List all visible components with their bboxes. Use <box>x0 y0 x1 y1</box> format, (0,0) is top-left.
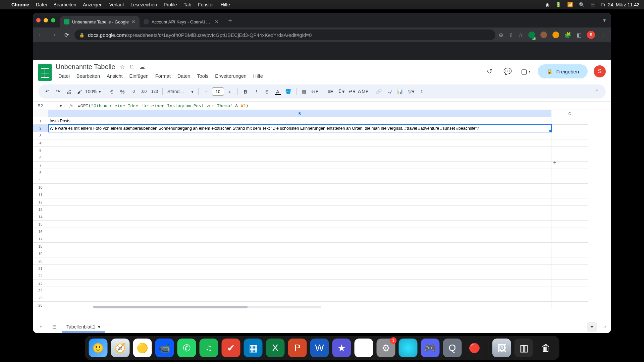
fill-color-button[interactable]: 🪣 <box>283 86 293 97</box>
cell[interactable] <box>48 154 551 162</box>
row-header[interactable]: 2 <box>33 125 48 132</box>
dock-app-quicktime[interactable]: Q <box>443 339 462 357</box>
row-header[interactable]: 24 <box>33 287 48 294</box>
menubar-item[interactable]: Anzeigen <box>83 2 102 7</box>
address-bar[interactable]: 🔒 docs.google.com/spreadsheets/d/1ayofh0… <box>74 29 495 40</box>
collapse-toolbar-button[interactable]: ˄ <box>592 86 602 97</box>
menu-item[interactable]: Tools <box>194 72 211 80</box>
dock-app-trello[interactable]: ▦ <box>244 339 263 357</box>
insert-comment-button[interactable]: 🗨 <box>385 86 395 97</box>
move-doc-icon[interactable]: 🗀 <box>129 64 135 70</box>
row-header[interactable]: 9 <box>33 176 48 184</box>
bookmark-star-icon[interactable]: ☆ <box>518 32 523 38</box>
spotlight-icon[interactable]: 🔍 <box>579 2 585 7</box>
insert-link-button[interactable]: 🔗 <box>374 86 384 97</box>
row-header[interactable]: 18 <box>33 243 48 250</box>
dock-app-zoom[interactable]: 📹 <box>155 339 174 357</box>
extensions-puzzle-icon[interactable]: 🧩 <box>565 32 571 38</box>
cell[interactable] <box>48 213 551 221</box>
dock-app-settings[interactable]: ⚙1 <box>377 339 395 357</box>
doc-title-input[interactable]: Unbenannte Tabelle <box>56 63 115 71</box>
menu-item[interactable]: Ansicht <box>104 72 125 80</box>
row-header[interactable]: 12 <box>33 198 48 206</box>
row-header[interactable]: 6 <box>33 154 48 162</box>
cell[interactable] <box>551 169 588 176</box>
add-sheet-button[interactable]: ＋ <box>35 321 47 333</box>
dock-app-preview[interactable]: 🖼 <box>492 339 511 357</box>
extension-icon[interactable] <box>552 32 559 38</box>
insert-chart-button[interactable]: 📊 <box>395 86 406 97</box>
cell[interactable] <box>48 184 551 191</box>
battery-icon[interactable]: 🔋 <box>555 2 561 7</box>
cell[interactable] <box>551 250 588 257</box>
cell[interactable] <box>48 294 551 302</box>
dock-app-trash[interactable]: 🗑 <box>537 339 555 357</box>
cell[interactable] <box>48 221 551 228</box>
merge-cells-button[interactable]: ⇔▾ <box>310 86 320 97</box>
cell[interactable] <box>551 184 588 191</box>
row-header[interactable]: 10 <box>33 184 48 191</box>
cell[interactable]: Wie wäre es mit einem Foto von einem ate… <box>48 125 551 132</box>
borders-button[interactable]: ▦ <box>299 86 309 97</box>
dock-app-word[interactable]: W <box>310 339 329 357</box>
font-size-increase-button[interactable]: + <box>225 86 235 97</box>
browser-tab[interactable]: Account API Keys - OpenAI API ✕ <box>140 16 223 27</box>
select-all-corner[interactable] <box>33 110 48 117</box>
menubar-item[interactable]: Tab <box>184 2 192 7</box>
cell[interactable] <box>551 139 588 147</box>
functions-button[interactable]: Σ <box>417 86 427 97</box>
horizontal-align-button[interactable]: ≡▾ <box>326 86 336 97</box>
cell[interactable] <box>48 250 551 257</box>
row-header[interactable]: 19 <box>33 250 48 257</box>
increase-decimal-button[interactable]: .00 <box>139 86 149 97</box>
menu-item[interactable]: Daten <box>175 72 193 80</box>
zoom-select[interactable]: 100% ▾ <box>85 89 101 94</box>
cell[interactable] <box>48 228 551 235</box>
spreadsheet-grid[interactable]: B C 1Insta Posts2Wie wäre es mit einem F… <box>33 110 611 320</box>
menu-item[interactable]: Format <box>153 72 173 80</box>
row-header[interactable]: 17 <box>33 235 48 243</box>
tab-overflow-button[interactable]: ▾ <box>603 17 606 23</box>
tab-close-icon[interactable]: ✕ <box>131 19 136 24</box>
cell[interactable]: Insta Posts <box>48 117 551 125</box>
row-header[interactable]: 4 <box>33 139 48 147</box>
column-header-B[interactable]: B <box>48 110 551 117</box>
menu-item[interactable]: Einfügen <box>127 72 151 80</box>
cell[interactable] <box>551 125 588 132</box>
cell[interactable] <box>551 265 588 272</box>
cell[interactable] <box>48 272 551 280</box>
row-header[interactable]: 26 <box>33 302 48 309</box>
menubar-item[interactable]: Profile <box>164 2 177 7</box>
menubar-item[interactable]: Lesezeichen <box>130 2 157 7</box>
dock-app-imovie[interactable]: ★ <box>332 339 351 357</box>
menubar-app-name[interactable]: Chrome <box>11 2 29 7</box>
row-header[interactable]: 22 <box>33 272 48 280</box>
sheets-logo-icon[interactable] <box>38 64 52 81</box>
dock-app-discord[interactable]: 🎮 <box>421 339 440 357</box>
undo-button[interactable]: ↶ <box>42 86 52 97</box>
font-size-decrease-button[interactable]: − <box>201 86 211 97</box>
row-header[interactable]: 5 <box>33 147 48 154</box>
row-header[interactable]: 11 <box>33 191 48 198</box>
comments-icon[interactable]: 💬 <box>501 65 514 77</box>
browser-tab-active[interactable]: Unbenannte Tabelle - Google ✕ <box>60 16 140 27</box>
window-close-button[interactable] <box>36 18 41 22</box>
nav-back-button[interactable]: ← <box>36 30 46 40</box>
dock-app-google-drive[interactable]: ▲ <box>355 339 373 357</box>
tab-close-icon[interactable]: ✕ <box>215 19 219 24</box>
cell[interactable] <box>551 228 588 235</box>
extension-icon[interactable]: 18 <box>528 32 535 38</box>
dock-app-powerpoint[interactable]: P <box>288 339 307 357</box>
share-icon[interactable]: ⇪ <box>508 32 513 38</box>
dock-app-todoist[interactable]: ✔ <box>222 339 240 357</box>
text-rotation-button[interactable]: A↻▾ <box>358 86 368 97</box>
cell[interactable] <box>551 147 588 154</box>
cell[interactable] <box>551 176 588 184</box>
wifi-icon[interactable]: 📶 <box>567 2 573 7</box>
menubar-item[interactable]: Fenster <box>198 2 214 7</box>
cell[interactable] <box>48 206 551 213</box>
bold-button[interactable]: B <box>240 86 251 97</box>
dock-app-finder[interactable]: 🙂 <box>89 339 108 357</box>
new-tab-button[interactable]: ＋ <box>225 15 235 25</box>
row-header[interactable]: 13 <box>33 206 48 213</box>
